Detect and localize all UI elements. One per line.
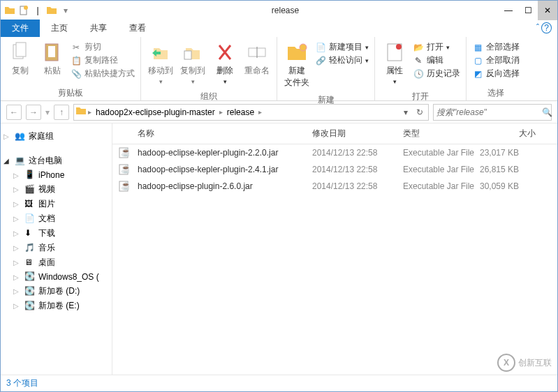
tab-home[interactable]: 主页 bbox=[40, 20, 79, 37]
expand-icon[interactable]: ▷ bbox=[13, 229, 22, 237]
watermark-text: 创新互联 bbox=[518, 357, 552, 369]
nav-homegroup[interactable]: ▷👥家庭组 bbox=[3, 129, 109, 144]
up-button[interactable]: ↑ bbox=[54, 105, 69, 120]
address-dropdown-icon[interactable]: ▾ bbox=[399, 107, 413, 117]
nav-item[interactable]: ▷🖼图片 bbox=[3, 197, 109, 211]
copyto-icon bbox=[182, 41, 204, 63]
minimize-button[interactable]: — bbox=[499, 1, 518, 20]
tab-view[interactable]: 查看 bbox=[118, 20, 157, 37]
nav-item[interactable]: ▷📱iPhone bbox=[3, 168, 109, 182]
nav-item[interactable]: ▷💽新加卷 (D:) bbox=[3, 284, 109, 299]
moveto-button[interactable]: 移动到▾ bbox=[145, 40, 176, 86]
file-name: hadoop-eclipse-plugin-2.6.0.jar bbox=[138, 181, 312, 192]
window-title: release bbox=[72, 6, 499, 15]
search-input[interactable] bbox=[436, 107, 542, 117]
refresh-icon[interactable]: ↻ bbox=[413, 107, 427, 117]
nav-item[interactable]: ▷⬇下载 bbox=[3, 226, 109, 241]
jar-icon: ☕ bbox=[118, 147, 138, 158]
select-all-button[interactable]: ▦全部选择 bbox=[472, 41, 520, 53]
search-icon[interactable]: 🔍 bbox=[542, 107, 552, 117]
select-none-button[interactable]: ▢全部取消 bbox=[472, 54, 520, 66]
col-name[interactable]: 名称 bbox=[138, 128, 312, 140]
col-size[interactable]: 大小 bbox=[480, 128, 543, 140]
rename-button[interactable]: 重命名 bbox=[242, 40, 272, 78]
open-button[interactable]: 📂打开 ▾ bbox=[413, 41, 460, 53]
expand-icon[interactable]: ▷ bbox=[13, 259, 22, 266]
properties-icon bbox=[383, 41, 406, 63]
expand-icon[interactable]: ▷ bbox=[13, 186, 22, 193]
nav-thispc[interactable]: ◢💻这台电脑 bbox=[3, 153, 109, 168]
expand-icon[interactable]: ▷ bbox=[13, 172, 22, 179]
watermark: X 创新互联 bbox=[497, 354, 552, 372]
file-row[interactable]: ☕ hadoop-eclipse-plugin-2.6.0.jar 2014/1… bbox=[112, 178, 557, 195]
expand-icon[interactable]: ▷ bbox=[3, 133, 12, 140]
address-bar[interactable]: ▸ hadoop2x-eclipse-plugin-master ▸ relea… bbox=[73, 104, 429, 121]
nav-item[interactable]: ▷🖥桌面 bbox=[3, 255, 109, 270]
chevron-right-icon[interactable]: ▸ bbox=[257, 108, 263, 116]
delete-icon bbox=[214, 41, 236, 63]
new-file-icon[interactable] bbox=[17, 4, 30, 17]
nav-item[interactable]: ▷💽新加卷 (E:) bbox=[3, 299, 109, 313]
copy-button[interactable]: 复制 bbox=[5, 40, 36, 78]
tab-share[interactable]: 共享 bbox=[79, 20, 118, 37]
col-type[interactable]: 类型 bbox=[403, 128, 480, 140]
desktop-icon: 🖥 bbox=[24, 257, 36, 269]
group-label-open: 打开 bbox=[375, 89, 466, 104]
edit-button[interactable]: ✎编辑 bbox=[413, 54, 460, 66]
copy-path-button[interactable]: 📋复制路径 bbox=[71, 54, 135, 66]
tab-file[interactable]: 文件 bbox=[1, 20, 40, 37]
history-icon: 🕓 bbox=[413, 68, 424, 80]
back-button[interactable]: ← bbox=[6, 105, 22, 120]
music-icon: 🎵 bbox=[24, 243, 36, 254]
easy-access-button[interactable]: 🔗轻松访问 ▾ bbox=[315, 54, 369, 66]
properties-button[interactable]: 属性▾ bbox=[379, 40, 410, 86]
homegroup-icon: 👥 bbox=[15, 131, 26, 142]
shortcut-icon: 📎 bbox=[71, 68, 82, 80]
delete-button[interactable]: 删除▾ bbox=[210, 40, 240, 86]
path-icon: 📋 bbox=[71, 55, 82, 66]
nav-item[interactable]: ▷📄文档 bbox=[3, 211, 109, 226]
cut-button[interactable]: ✂剪切 bbox=[71, 41, 135, 53]
select-all-icon: ▦ bbox=[472, 42, 483, 53]
pictures-icon: 🖼 bbox=[24, 199, 36, 210]
file-size: 23,017 KB bbox=[480, 147, 543, 158]
maximize-button[interactable]: ☐ bbox=[518, 1, 538, 20]
help-icon[interactable]: ? bbox=[541, 22, 552, 33]
file-row[interactable]: ☕ hadoop-eclipse-kepler-plugin-2.2.0.jar… bbox=[112, 144, 557, 161]
paste-shortcut-button[interactable]: 📎粘贴快捷方式 bbox=[71, 68, 135, 80]
invert-selection-button[interactable]: ◩反向选择 bbox=[472, 68, 520, 80]
svg-text:☕: ☕ bbox=[121, 164, 129, 174]
chevron-right-icon[interactable]: ▸ bbox=[87, 108, 93, 116]
new-folder-button[interactable]: 新建 文件夹 bbox=[281, 40, 312, 90]
forward-button[interactable]: → bbox=[26, 105, 41, 120]
nav-item[interactable]: ▷💽Windows8_OS ( bbox=[3, 270, 109, 284]
search-box[interactable]: 🔍 bbox=[433, 104, 552, 121]
collapse-ribbon-icon[interactable]: ˆ ? bbox=[536, 23, 552, 33]
nav-item[interactable]: ▷🎵音乐 bbox=[3, 241, 109, 255]
expand-icon[interactable]: ▷ bbox=[13, 200, 22, 208]
file-list: 名称 修改日期 类型 大小 ☕ hadoop-eclipse-kepler-pl… bbox=[112, 123, 557, 375]
expand-icon[interactable]: ▷ bbox=[13, 273, 22, 281]
expand-icon[interactable]: ▷ bbox=[13, 287, 22, 295]
paste-button[interactable]: 粘贴 bbox=[37, 40, 68, 78]
expand-icon[interactable]: ▷ bbox=[13, 215, 22, 223]
breadcrumb-segment[interactable]: hadoop2x-eclipse-plugin-master bbox=[93, 107, 218, 117]
breadcrumb-segment[interactable]: release bbox=[224, 107, 257, 117]
chevron-right-icon[interactable]: ▸ bbox=[218, 108, 224, 116]
expand-icon[interactable]: ▷ bbox=[13, 244, 22, 252]
new-item-button[interactable]: 📄新建项目 ▾ bbox=[315, 41, 369, 53]
history-button[interactable]: 🕓历史记录 bbox=[413, 68, 460, 80]
close-button[interactable]: ✕ bbox=[538, 1, 557, 20]
group-organize: 移动到▾ 复制到▾ 删除▾ 重命名 组织 bbox=[141, 37, 277, 100]
col-date[interactable]: 修改日期 bbox=[312, 128, 403, 140]
recent-dropdown-icon[interactable]: ▾ bbox=[45, 107, 50, 117]
navigation-bar: ← → ▾ ↑ ▸ hadoop2x-eclipse-plugin-master… bbox=[1, 101, 557, 123]
collapse-icon[interactable]: ◢ bbox=[3, 157, 12, 165]
nav-item[interactable]: ▷🎬视频 bbox=[3, 182, 109, 197]
qat-dropdown-icon[interactable]: ▾ bbox=[59, 4, 72, 17]
expand-icon[interactable]: ▷ bbox=[13, 302, 22, 310]
group-clipboard: 复制 粘贴 ✂剪切 📋复制路径 📎粘贴快捷方式 剪贴板 bbox=[1, 37, 141, 100]
column-headers: 名称 修改日期 类型 大小 bbox=[112, 123, 557, 144]
file-row[interactable]: ☕ hadoop-eclipse-kepler-plugin-2.4.1.jar… bbox=[112, 161, 557, 178]
copyto-button[interactable]: 复制到▾ bbox=[177, 40, 208, 86]
